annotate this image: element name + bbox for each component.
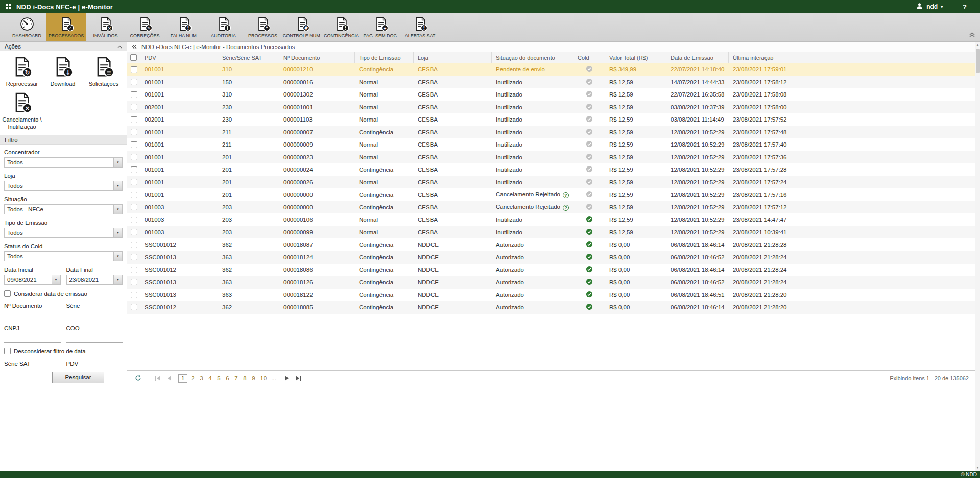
column-header-n-documento[interactable]: Nº Documento [279,52,355,63]
numero-documento-input[interactable] [4,311,61,320]
table-row[interactable]: 001001150000000016NormalCESBAInutilizado… [127,76,975,89]
toolbar-item-auditoria[interactable]: iAUDITORIA [204,13,243,41]
row-checkbox[interactable] [131,217,137,223]
situacao-select[interactable]: Todos - NFCe▼ [4,204,123,214]
column-header-tipo-de-emissao[interactable]: Tipo de Emissão [355,52,414,63]
table-row[interactable]: 001001201000000023NormalCESBAInutilizado… [127,151,975,164]
info-icon[interactable]: ? [563,205,569,211]
help-icon[interactable]: ? [963,3,967,11]
action-reprocessar-button[interactable]: ↻Reprocessar [2,56,42,88]
table-row[interactable]: SSC001012362000018087ContingênciaNDDCEAu… [127,238,975,251]
row-checkbox[interactable] [131,104,137,110]
app-grid-icon[interactable] [6,4,11,9]
row-checkbox[interactable] [131,192,137,198]
column-header-serie-serie-sat[interactable]: Série/Série SAT [218,52,279,63]
row-checkbox[interactable] [131,254,137,260]
toolbar-item-controle-num[interactable]: #CONTROLE NUM. [282,13,322,41]
row-checkbox[interactable] [131,279,137,285]
column-header-ultima-interacao[interactable]: Última interação [729,52,790,63]
collapse-panel-icon[interactable] [132,44,137,49]
column-header-cold[interactable]: Cold [573,52,605,63]
row-checkbox[interactable] [131,242,137,248]
select-all-checkbox[interactable] [130,54,137,61]
row-checkbox[interactable] [131,204,137,210]
prev-page-icon[interactable] [165,376,173,381]
refresh-icon[interactable] [133,375,143,381]
table-row[interactable]: SSC001012362000018085ContingênciaNDDCEAu… [127,301,975,314]
column-header-loja[interactable]: Loja [414,52,492,63]
row-checkbox[interactable] [131,141,137,148]
toolbar-item-dashboard[interactable]: DASHBOARD [7,13,46,41]
table-row[interactable]: 001001201000000024ContingênciaCESBAInuti… [127,163,975,176]
scrollbar-thumb[interactable] [976,49,980,73]
page-6-button[interactable]: 6 [224,374,231,383]
row-checkbox[interactable] [131,129,137,135]
data-final-select[interactable]: 23/08/2021 ▼ [66,275,123,285]
last-page-icon[interactable] [294,376,303,381]
scroll-down-icon[interactable]: ▼ [976,465,979,471]
toolbar-item-alertas-sat[interactable]: !ALERTAS SAT [400,13,440,41]
row-checkbox[interactable] [131,116,137,123]
user-menu[interactable]: ndd ▼ [926,3,944,10]
tipo-de-emissao-select[interactable]: Todos▼ [4,228,123,238]
table-row[interactable]: 002001230000001103NormalCESBAInutilizado… [127,113,975,126]
vertical-scrollbar[interactable]: ▲ ▼ [975,42,980,471]
action-solicitacoes-button[interactable]: ≡Solicitações [83,56,124,88]
table-row[interactable]: SSC001013363000018122ContingênciaNDDCEAu… [127,289,975,301]
table-row[interactable]: 001001211000000007ContingênciaCESBAInuti… [127,126,975,139]
table-row[interactable]: 001001310000001210ContingênciaCESBAPende… [127,63,975,76]
next-page-icon[interactable] [283,376,291,381]
toolbar-item-contingencia[interactable]: !CONTINGÊNCIA [322,13,361,41]
ribbon-collapse-icon[interactable] [969,32,975,39]
toolbar-item-invalidos[interactable]: ×INVÁLIDOS [86,13,125,41]
row-checkbox[interactable] [131,229,137,235]
table-row[interactable]: 001001211000000009NormalCESBAInutilizado… [127,138,975,151]
page-9-button[interactable]: 9 [250,374,257,383]
row-checkbox[interactable] [131,292,137,298]
first-page-icon[interactable] [153,376,162,381]
toolbar-item-processados[interactable]: ✓PROCESSADOS [46,13,86,41]
row-checkbox[interactable] [131,66,137,73]
action-cancelamento-inutilizacao-button[interactable]: ×Cancelamento \ Inutilização [2,92,42,131]
toolbar-item-correcoes[interactable]: ✎CORREÇÕES [125,13,164,41]
coo-input[interactable] [66,333,123,343]
toolbar-item-pag-sem-doc[interactable]: +PAG. SEM DOC. [361,13,400,41]
info-icon[interactable]: ? [563,192,569,198]
action-download-button[interactable]: ↓Download [42,56,83,88]
cnpj-input[interactable] [4,333,61,343]
column-header-data-de-emissao[interactable]: Data de Emissão [666,52,729,63]
table-row[interactable]: SSC001013363000018124ContingênciaNDDCEAu… [127,251,975,264]
table-row[interactable]: SSC001013363000018126ContingênciaNDDCEAu… [127,276,975,289]
considerar-data-emissao-checkbox[interactable] [4,290,11,297]
table-row[interactable]: 001003203000000106NormalCESBAInutilizado… [127,213,975,226]
table-row[interactable]: 001003203000000000ContingênciaCESBACance… [127,201,975,214]
page-7-button[interactable]: 7 [232,374,240,383]
toolbar-item-falha-num[interactable]: !FALHA NUM. [164,13,204,41]
table-row[interactable]: 001003203000000099NormalCESBAInutilizado… [127,226,975,239]
column-header-valor-total-r[interactable]: Valor Total (R$) [605,52,666,63]
table-row[interactable]: 001001201000000026NormalCESBAInutilizado… [127,176,975,189]
table-row[interactable]: 001001310000001302NormalCESBAInutilizado… [127,88,975,101]
page-1-button[interactable]: 1 [178,374,187,383]
actions-section-header[interactable]: Ações [0,42,127,51]
status-do-cold-select[interactable]: Todos▼ [4,251,123,261]
loja-select[interactable]: Todos▼ [4,181,123,191]
table-row[interactable]: 002001230000001001NormalCESBAInutilizado… [127,101,975,114]
page-5-button[interactable]: 5 [215,374,222,383]
page-10-button[interactable]: 10 [258,374,268,383]
scroll-up-icon[interactable]: ▲ [976,42,979,48]
row-checkbox[interactable] [131,91,137,98]
concentrador-select[interactable]: Todos▼ [4,157,123,168]
row-checkbox[interactable] [131,166,137,173]
row-checkbox[interactable] [131,154,137,160]
table-row[interactable]: SSC001012362000018086ContingênciaNDDCEAu… [127,264,975,276]
column-header-pdv[interactable]: PDV [140,52,218,63]
row-checkbox[interactable] [131,267,137,273]
pesquisar-button[interactable]: Pesquisar [52,372,104,383]
page-3-button[interactable]: 3 [198,374,205,383]
column-header-situacao-do-documento[interactable]: Situação do documento [492,52,573,63]
page-2-button[interactable]: 2 [189,374,196,383]
page-8-button[interactable]: 8 [241,374,248,383]
chevron-up-icon[interactable] [117,43,122,50]
serie-input[interactable] [66,311,123,320]
